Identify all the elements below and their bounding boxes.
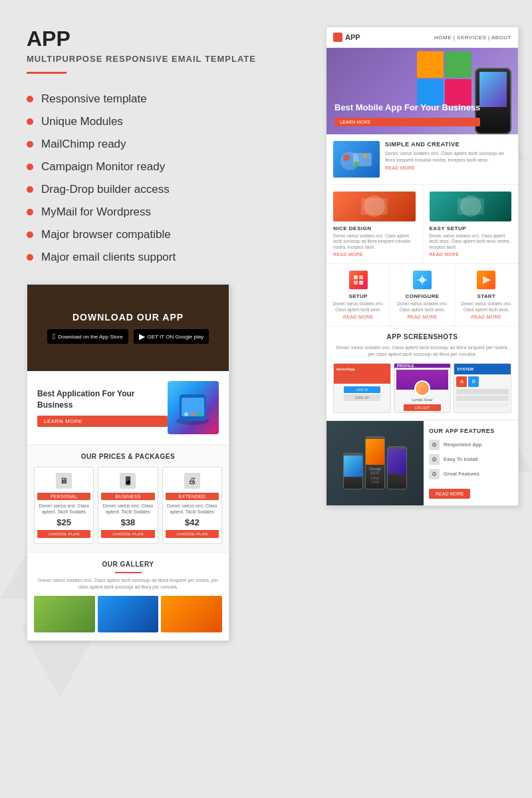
plan-price: $25 bbox=[37, 517, 90, 527]
svg-rect-12 bbox=[361, 198, 388, 215]
svg-rect-15 bbox=[354, 275, 358, 279]
download-section: DOWNLOAD OUR APP  Download on the App S… bbox=[27, 285, 229, 371]
plan-icon: 🖨 bbox=[184, 473, 200, 489]
gallery-title: OUR GALLERY bbox=[34, 561, 222, 568]
svg-point-4 bbox=[191, 412, 195, 416]
screenshots-title: APP SCREENSHOTS bbox=[333, 333, 511, 340]
app-features-section: Cloudy 11°C SEND VOIP OUR APP FEATURES ⚙… bbox=[327, 420, 518, 505]
plan-name: BUSINESS bbox=[101, 493, 154, 500]
feature-content-1: SIMPLE AND CREATIVE Donec varius sodales… bbox=[385, 141, 511, 170]
list-item: Major email clients support bbox=[27, 251, 279, 264]
features-icon: ⚙ bbox=[429, 469, 440, 479]
easy-setup-read-more[interactable]: READ MORE bbox=[430, 252, 512, 257]
nice-design-image bbox=[333, 192, 416, 221]
gallery-divider bbox=[115, 572, 142, 573]
three-col-section: SETUP Donec varius sodales orci. Class a… bbox=[327, 264, 518, 327]
screenshot-3-body: A B bbox=[454, 374, 511, 412]
screenshot-1: InnovApp LOG IN SIGN UP bbox=[333, 363, 391, 413]
screenshot-3-header: SYSTEM bbox=[454, 364, 511, 374]
setup-title: SETUP bbox=[332, 293, 384, 299]
sys-bar-1 bbox=[456, 389, 509, 394]
apple-icon:  bbox=[53, 332, 55, 341]
hero-text: Best Mobile App For Your Business LEARN … bbox=[334, 102, 480, 126]
page-subtitle: MULTIPURPOSE RESPONSIVE EMAIL TEMPLATE bbox=[27, 54, 279, 64]
logout-btn[interactable]: LOG OUT bbox=[404, 404, 440, 411]
phone-illustration bbox=[168, 381, 219, 434]
list-item: Unique Modules bbox=[27, 115, 279, 128]
gallery-image-1 bbox=[34, 596, 95, 632]
screenshot-2-body: Lynda Soaz LOG OUT bbox=[394, 368, 451, 413]
responsive-text: Responsive App bbox=[444, 442, 482, 448]
left-preview: DOWNLOAD OUR APP  Download on the App S… bbox=[27, 284, 229, 641]
screenshot-1-header: InnovApp bbox=[334, 364, 390, 374]
col-setup: SETUP Donec varius sodales orci. Class a… bbox=[327, 264, 390, 326]
price-card-personal: 🖥 PERSONAL Donec varius orci. Class apte… bbox=[34, 467, 94, 544]
choose-plan-button[interactable]: CHOOSE PLAN bbox=[37, 530, 90, 538]
configure-read-more[interactable]: READ MORE bbox=[396, 315, 448, 319]
choose-plan-button[interactable]: CHOOSE PLAN bbox=[101, 530, 154, 538]
bullet-icon bbox=[27, 118, 33, 125]
signup-btn[interactable]: SIGN UP bbox=[344, 394, 380, 401]
pricing-title: OUR PRICES & PACKAGES bbox=[34, 453, 222, 460]
svg-point-8 bbox=[343, 154, 350, 161]
title-divider bbox=[27, 72, 66, 74]
system-icon-2: B bbox=[468, 376, 479, 387]
list-item: Campaign Monitor ready bbox=[27, 160, 279, 174]
svg-marker-20 bbox=[483, 276, 491, 284]
phone-3 bbox=[387, 446, 407, 489]
screenshot-2: PROFILE Lynda Soaz LOG OUT bbox=[394, 363, 452, 413]
responsive-icon: ⚙ bbox=[429, 440, 440, 450]
col-easy-setup: EASY SETUP Donec varius sodales orci. Cl… bbox=[423, 185, 519, 263]
system-icon-1: A bbox=[456, 376, 467, 387]
bullet-icon bbox=[27, 141, 33, 148]
feature-item-install: ⚙ Easy To Install bbox=[429, 454, 513, 465]
read-more-1[interactable]: READ MORE bbox=[385, 166, 511, 170]
logo-icon bbox=[333, 33, 342, 42]
bullet-icon bbox=[27, 96, 33, 102]
logo-text: APP bbox=[345, 33, 360, 41]
hero-section: Best Mobile App For Your Business LEARN … bbox=[327, 48, 518, 134]
collage-cell-1 bbox=[417, 51, 444, 78]
screenshot-1-body: LOG IN SIGN UP bbox=[334, 374, 390, 412]
learn-more-button[interactable]: LEARN MORE bbox=[37, 416, 168, 427]
svg-point-5 bbox=[198, 412, 201, 416]
hero-collage bbox=[417, 51, 471, 106]
install-text: Easy To Install bbox=[444, 456, 477, 462]
phone-group: Cloudy 11°C SEND VOIP bbox=[343, 436, 407, 489]
choose-plan-button[interactable]: CHOOSE PLAN bbox=[166, 530, 219, 538]
appstore-button[interactable]:  Download on the App Store bbox=[47, 329, 128, 344]
collage-cell-4 bbox=[445, 79, 471, 106]
setup-read-more[interactable]: READ MORE bbox=[332, 315, 384, 319]
plan-price: $38 bbox=[101, 517, 154, 527]
bullet-icon bbox=[27, 231, 33, 238]
hero-button[interactable]: LEARN MORE bbox=[334, 118, 480, 126]
read-more-button[interactable]: READ MORE bbox=[429, 489, 470, 499]
svg-point-9 bbox=[354, 162, 359, 167]
easy-setup-desc: Donec varius sodales orci. Class aptent … bbox=[430, 233, 512, 250]
plan-desc: Donec varius orci. Class aptent. Taciti … bbox=[101, 503, 154, 515]
svg-point-19 bbox=[420, 277, 425, 283]
gallery-image-3 bbox=[161, 596, 222, 632]
start-read-more[interactable]: READ MORE bbox=[460, 315, 513, 319]
plan-desc: Donec varius orci. Class aptent. Taciti … bbox=[37, 503, 90, 515]
phone-1 bbox=[343, 453, 363, 489]
phone-2: Cloudy 11°C SEND VOIP bbox=[365, 436, 385, 489]
features-list: Responsive template Unique Modules MailC… bbox=[27, 92, 279, 264]
configure-title: CONFIGURE bbox=[396, 293, 448, 299]
nice-design-read-more[interactable]: READ MORE bbox=[333, 252, 416, 257]
nav-links: HOME | SERVICES | ABOUT bbox=[434, 35, 511, 41]
appstore-label: Download on the App Store bbox=[58, 334, 122, 340]
screenshots-row: InnovApp LOG IN SIGN UP PROFILE bbox=[333, 363, 511, 413]
svg-rect-16 bbox=[359, 275, 363, 279]
start-title: START bbox=[460, 293, 513, 299]
gallery-image-2 bbox=[98, 596, 159, 632]
bullet-icon bbox=[27, 254, 33, 261]
googleplay-button[interactable]: ▶ GET IT ON Google play bbox=[134, 329, 209, 344]
svg-point-3 bbox=[184, 412, 188, 416]
feature-image-1 bbox=[333, 141, 380, 178]
login-btn[interactable]: LOG IN bbox=[344, 386, 380, 393]
price-card-extended: 🖨 EXTENDED Donec varius orci. Class apte… bbox=[162, 467, 222, 544]
col-start: START Donec varius sodales orci. Class a… bbox=[455, 264, 518, 326]
start-icon bbox=[477, 271, 495, 289]
svg-point-10 bbox=[363, 154, 367, 158]
